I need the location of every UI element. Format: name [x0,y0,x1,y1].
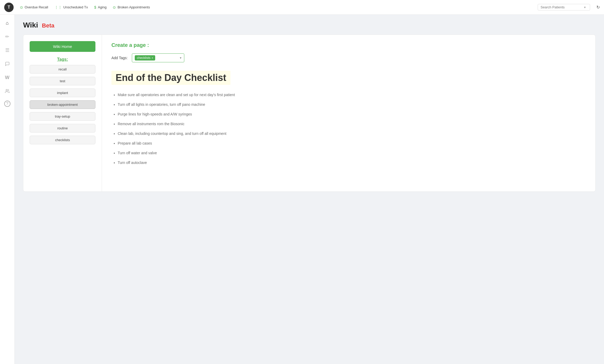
search-patients-wrapper[interactable]: ▾ [538,4,590,10]
checklist-item-7: Turn off autoclave [118,160,586,166]
tag-routine[interactable]: routine [30,124,95,133]
page-title: Wiki [23,21,38,29]
wiki-sidebar: Wiki Home Tags: recall test implant brok… [23,35,102,191]
article-title: End of the Day Checklist [111,71,230,85]
wiki-main-panel: Create a page : Add Tags: checklists × ▾… [102,35,595,191]
page-title-area: Wiki Beta [23,21,596,29]
sidebar-icon-wiki[interactable]: W [3,73,12,82]
checklist-item-6: Turn off water and valve [118,150,586,156]
sidebar-icon-team[interactable] [3,87,12,95]
tags-heading: Tags: [57,57,68,62]
broken-appointments-label: Broken Appointments [117,5,150,9]
nav-overdue-recall[interactable]: ⊙ Overdue Recall [20,5,48,9]
tag-implant[interactable]: implant [30,89,95,97]
checklist-list: Make sure all operatories are clean and … [111,92,586,166]
main-content: Wiki Beta Wiki Home Tags: recall test im… [15,15,604,364]
checklist-item-3: Remove all instruments rom the Biosonic [118,121,586,127]
svg-point-0 [6,89,7,91]
left-sidebar: ⌂ ✏ ☰ W ? [0,15,15,364]
main-layout: ⌂ ✏ ☰ W ? Wiki Beta Wiki Home Tags: [0,15,604,364]
unscheduled-tx-label: Unscheduled Tx [63,5,88,9]
add-tags-label: Add Tags: [111,56,128,60]
sidebar-icon-list[interactable]: ☰ [3,46,12,54]
unscheduled-tx-icon: ⋮⋮ [55,5,62,9]
nav-unscheduled-tx[interactable]: ⋮⋮ Unscheduled Tx [55,5,88,9]
sidebar-icon-help[interactable]: ? [4,101,10,107]
nav-broken-appointments[interactable]: ⊙ Broken Appointments [113,5,150,9]
checklist-item-1: Turn off all lights in operatories, turn… [118,102,586,107]
broken-appointments-icon: ⊙ [113,5,116,9]
checklist-item-5: Prepare all lab cases [118,141,586,146]
checklist-item-0: Make sure all operatories are clean and … [118,92,586,98]
sidebar-icon-chat[interactable] [3,60,12,68]
search-patients-input[interactable] [541,5,583,9]
logo: T [4,3,14,12]
tag-recall[interactable]: recall [30,65,95,74]
wiki-home-button[interactable]: Wiki Home [30,41,95,52]
tags-select[interactable]: checklists × ▾ [132,53,184,62]
tags-dropdown-arrow-icon[interactable]: ▾ [180,56,181,60]
tag-test[interactable]: test [30,77,95,85]
checklist-item-4: Clean lab, including countertop and sing… [118,131,586,136]
add-tags-row: Add Tags: checklists × ▾ [111,53,586,62]
beta-badge: Beta [42,22,55,29]
checklist-item-2: Purge lines for high-speeds and A/W syri… [118,112,586,117]
selected-tag-chip: checklists × [135,55,155,60]
create-page-heading: Create a page : [111,42,586,48]
content-area: Wiki Home Tags: recall test implant brok… [23,35,596,192]
search-dropdown-icon[interactable]: ▾ [584,5,586,9]
tag-chip-remove-icon[interactable]: × [152,56,153,59]
sidebar-icon-edit[interactable]: ✏ [3,32,12,41]
top-nav: T ⊙ Overdue Recall ⋮⋮ Unscheduled Tx $ A… [0,0,604,15]
tag-checklists[interactable]: checklists [30,136,95,144]
aging-label: Aging [98,5,106,9]
refresh-button[interactable]: ↻ [596,5,600,10]
tag-broken-appointment[interactable]: broken-appointment [30,100,95,109]
sidebar-icon-home[interactable]: ⌂ [3,19,12,27]
tag-tray-setup[interactable]: tray-setup [30,112,95,121]
overdue-recall-icon: ⊙ [20,5,23,9]
nav-aging[interactable]: $ Aging [94,5,106,9]
overdue-recall-label: Overdue Recall [25,5,48,9]
aging-icon: $ [94,5,96,9]
